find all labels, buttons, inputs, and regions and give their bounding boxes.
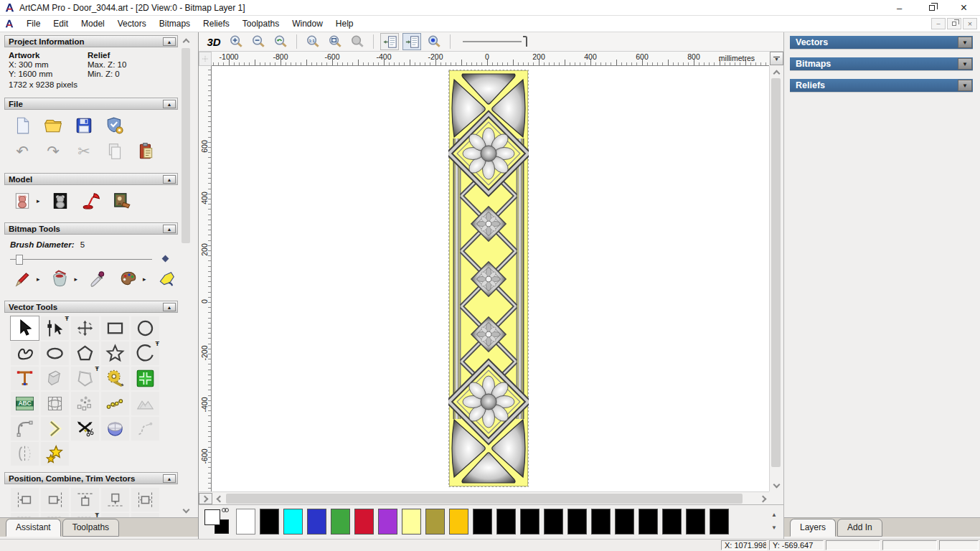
extrude-dome-button[interactable]	[100, 416, 130, 441]
zoom-previous-button[interactable]	[271, 33, 290, 50]
preview-bitmap-button[interactable]	[425, 33, 443, 50]
colour-swatch-16[interactable]	[615, 509, 634, 534]
snap-grid-button[interactable]	[131, 366, 160, 391]
palette-up-button[interactable]: ▲	[769, 509, 779, 519]
section-header-file[interactable]: File ▲	[4, 98, 178, 110]
create-freehand-button[interactable]	[10, 341, 39, 366]
create-arc-button[interactable]: Ŧ	[131, 341, 160, 366]
offset-vectors-button[interactable]	[40, 416, 70, 441]
colour-swatch-11[interactable]	[496, 509, 516, 534]
collapse-button[interactable]: ▲	[163, 175, 176, 184]
collapse-button[interactable]: ▲	[163, 474, 176, 483]
vectors-header[interactable]: Vectors▼	[790, 36, 973, 49]
menu-item-help[interactable]: Help	[329, 17, 360, 31]
colour-swatch-8[interactable]	[425, 509, 445, 534]
trim-vectors-button[interactable]	[70, 416, 100, 441]
flyout-arrow-icon[interactable]: ▸	[37, 197, 40, 204]
colour-swatch-13[interactable]	[544, 509, 563, 534]
colour-swatch-6[interactable]	[378, 509, 397, 534]
pick-colour-button[interactable]	[87, 269, 108, 289]
colour-swatch-18[interactable]	[662, 509, 682, 534]
align-bottom-button[interactable]	[100, 487, 130, 512]
node-editing-button[interactable]: Ŧ	[40, 316, 70, 341]
scroll-up-button[interactable]	[770, 66, 783, 77]
create-ellipse-button[interactable]	[40, 341, 70, 366]
slider-thumb[interactable]	[16, 255, 23, 265]
zoom-box-button[interactable]	[326, 33, 344, 50]
bitmaps-header-dropdown-button[interactable]: ▼	[958, 58, 972, 70]
current-colour-chip[interactable]	[204, 509, 232, 537]
tab-layers[interactable]: Layers	[790, 519, 836, 537]
open-model-button[interactable]	[42, 116, 64, 136]
brush-diameter-slider[interactable]	[10, 253, 172, 266]
paint-brush-button[interactable]	[11, 269, 33, 289]
colour-swatch-17[interactable]	[639, 509, 658, 534]
collapse-button[interactable]: ▲	[163, 225, 176, 233]
colour-swatch-9[interactable]	[449, 509, 468, 534]
text-block-button[interactable]	[10, 391, 39, 416]
tab-add-in[interactable]: Add In	[837, 519, 882, 537]
colour-swatch-3[interactable]	[307, 509, 326, 534]
vertical-scrollbar[interactable]	[769, 66, 782, 491]
menu-item-model[interactable]: Model	[75, 17, 111, 31]
flyout-arrow-icon[interactable]: ▸	[75, 276, 78, 283]
greyscale-from-relief-button[interactable]	[111, 191, 133, 211]
colour-palette-button[interactable]	[118, 269, 139, 289]
section-header-vector-tools[interactable]: Vector Tools ▲	[4, 301, 178, 313]
save-model-button[interactable]	[73, 116, 95, 136]
units-dropdown-button[interactable]: ▼	[770, 52, 783, 65]
section-header-model[interactable]: Model ▲	[4, 173, 178, 185]
colour-swatch-12[interactable]	[520, 509, 540, 534]
colour-swatch-0[interactable]	[236, 509, 255, 534]
vectors-header-dropdown-button[interactable]: ▼	[958, 37, 972, 48]
save-relief-button[interactable]	[50, 191, 71, 211]
colour-swatch-5[interactable]	[354, 509, 374, 534]
page-right-button[interactable]	[402, 33, 421, 50]
page-left-button[interactable]	[380, 33, 399, 50]
block-copy-rotate-button[interactable]	[70, 391, 100, 416]
view-3d-button[interactable]: 3D	[204, 33, 223, 50]
align-right-button[interactable]	[40, 487, 70, 512]
fade-slider[interactable]	[463, 34, 531, 49]
close-button[interactable]: ×	[948, 0, 980, 16]
new-model-button[interactable]	[11, 116, 33, 136]
magic-wand-button[interactable]	[156, 269, 177, 289]
ruler-origin-button[interactable]	[199, 52, 212, 66]
mdi-close-button[interactable]: ×	[963, 18, 977, 29]
reliefs-header[interactable]: Reliefs▼	[790, 79, 973, 92]
tab-toolpaths[interactable]: Toolpaths	[62, 519, 119, 537]
colour-swatch-7[interactable]	[402, 509, 421, 534]
door-artwork[interactable]	[448, 70, 529, 487]
scroll-up-button[interactable]	[180, 35, 192, 45]
zoom-1to1-button[interactable]	[303, 33, 322, 50]
undo-button[interactable]: ↶	[11, 141, 33, 161]
scroll-down-button[interactable]	[180, 506, 192, 516]
model-properties-button[interactable]	[104, 116, 126, 136]
vector-wizard-button[interactable]	[40, 441, 70, 466]
menu-item-reliefs[interactable]: Reliefs	[197, 17, 236, 31]
measure-tool-button[interactable]	[100, 366, 130, 391]
render-relief-button[interactable]	[80, 191, 102, 211]
menu-item-window[interactable]: Window	[286, 17, 329, 31]
horizontal-scrollbar[interactable]	[199, 491, 769, 504]
create-rectangle-button[interactable]	[100, 316, 130, 341]
select-vectors-button[interactable]	[10, 316, 39, 341]
flyout-arrow-icon[interactable]: ▸	[37, 276, 40, 283]
colour-swatch-15[interactable]	[591, 509, 611, 534]
colour-swatch-14[interactable]	[567, 509, 587, 534]
transform-vectors-button[interactable]	[70, 316, 100, 341]
section-header-project-information[interactable]: Project Information ▲	[4, 35, 178, 47]
reliefs-header-dropdown-button[interactable]: ▼	[958, 80, 972, 91]
section-header-position-combine-trim[interactable]: Position, Combine, Trim Vectors ▲	[4, 472, 178, 484]
colour-swatch-20[interactable]	[710, 509, 729, 534]
slider-handle[interactable]	[523, 36, 527, 47]
zoom-in-button[interactable]	[227, 33, 245, 50]
menu-item-edit[interactable]: Edit	[47, 17, 75, 31]
section-header-bitmap-tools[interactable]: Bitmap Tools ▲	[4, 222, 178, 235]
menu-item-toolpaths[interactable]: Toolpaths	[236, 17, 286, 31]
canvas-2d-view[interactable]	[212, 66, 769, 491]
align-top-button[interactable]	[70, 487, 100, 512]
create-star-button[interactable]	[100, 341, 130, 366]
colour-swatch-10[interactable]	[473, 509, 492, 534]
scrollbar-thumb[interactable]	[771, 78, 781, 467]
